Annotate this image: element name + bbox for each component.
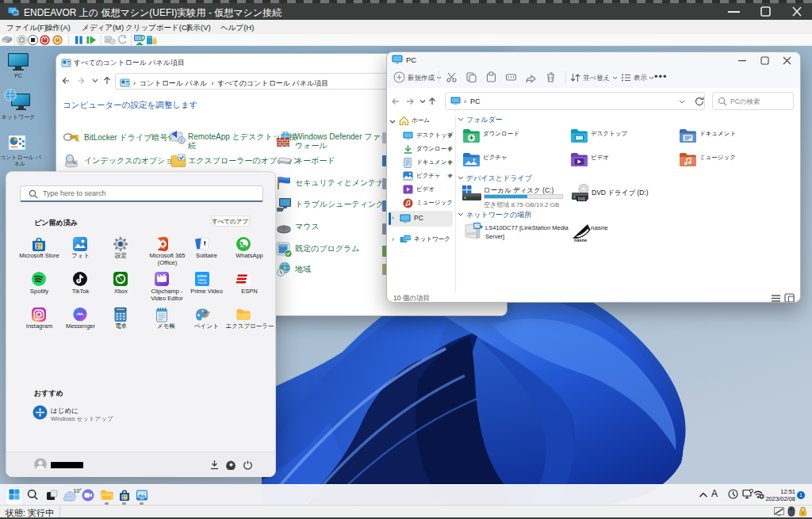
svg-text:video: video — [198, 278, 207, 282]
svg-text:nasne: nasne — [574, 238, 587, 242]
svg-text:DVD: DVD — [578, 197, 586, 201]
svg-text:10°: 10° — [74, 488, 82, 494]
